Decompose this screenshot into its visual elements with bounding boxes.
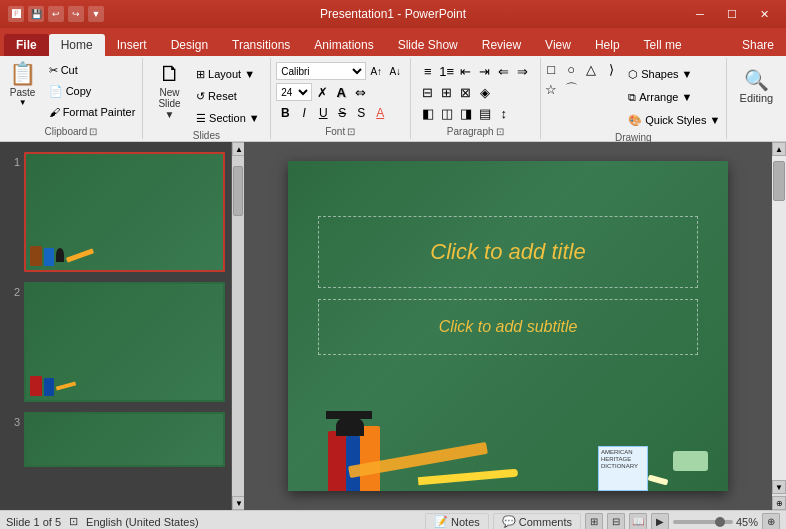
tab-file[interactable]: File — [4, 34, 49, 56]
tab-tellme[interactable]: Tell me — [632, 34, 694, 56]
redo-icon[interactable]: ↪ — [68, 6, 84, 22]
slide-image-1[interactable] — [24, 152, 225, 272]
decrease-font-icon[interactable]: A↓ — [386, 62, 404, 80]
align-text-icon[interactable]: ⊠ — [457, 83, 475, 101]
increase-font-icon[interactable]: A↑ — [367, 62, 385, 80]
font-size-select[interactable]: 24 — [276, 83, 312, 101]
bullets-icon[interactable]: ≡ — [419, 62, 437, 80]
clipboard-group: 📋 Paste ▼ ✂ Cut 📄 Copy 🖌 Format Painter … — [0, 58, 143, 139]
smartart-icon[interactable]: ◈ — [476, 83, 494, 101]
tab-home[interactable]: Home — [49, 34, 105, 56]
tab-share[interactable]: Share — [730, 34, 786, 56]
scroll-page-down[interactable]: ⊕ — [772, 496, 786, 510]
editing-button[interactable]: 🔍 Editing — [732, 64, 782, 108]
increase-indent-icon[interactable]: ⇥ — [476, 62, 494, 80]
char-spacing-icon[interactable]: ⇔ — [351, 83, 369, 101]
save-icon[interactable]: 💾 — [28, 6, 44, 22]
shapes-button[interactable]: ⬡ Shapes ▼ — [624, 64, 724, 84]
zoom-slider[interactable] — [673, 520, 733, 524]
tab-animations[interactable]: Animations — [302, 34, 385, 56]
underline-button[interactable]: U — [314, 104, 332, 122]
slide-thumb-3[interactable]: 3 — [4, 410, 227, 469]
shape-3[interactable]: △ — [582, 60, 600, 78]
justify-icon[interactable]: ▤ — [476, 104, 494, 122]
powerpoint-icon[interactable]: 🅿 — [8, 6, 24, 22]
clear-format-icon[interactable]: ✗ — [313, 83, 331, 101]
shape-4[interactable]: ⟩ — [602, 60, 620, 78]
copy-button[interactable]: 📄 Copy — [45, 81, 140, 101]
font-expand-icon[interactable]: ⊡ — [347, 126, 355, 137]
paragraph-expand-icon[interactable]: ⊡ — [496, 126, 504, 137]
scroll-up-button[interactable]: ▲ — [772, 142, 786, 156]
clipboard-expand-icon[interactable]: ⊡ — [89, 126, 97, 137]
shape-6[interactable]: ⌒ — [562, 80, 580, 98]
align-left-icon[interactable]: ◧ — [419, 104, 437, 122]
italic-button[interactable]: I — [295, 104, 313, 122]
tab-slideshow[interactable]: Slide Show — [386, 34, 470, 56]
shape-1[interactable]: □ — [542, 60, 560, 78]
section-button[interactable]: ☰ Section ▼ — [192, 108, 264, 128]
scroll-down-button[interactable]: ▼ — [772, 480, 786, 494]
quick-styles-button[interactable]: 🎨 Quick Styles ▼ — [624, 110, 724, 130]
bold-button[interactable]: B — [276, 104, 294, 122]
align-right-icon[interactable]: ◨ — [457, 104, 475, 122]
comments-button[interactable]: 💬 Comments — [493, 513, 581, 530]
numbering-icon[interactable]: 1≡ — [438, 62, 456, 80]
slide-sorter-button[interactable]: ⊟ — [607, 513, 625, 530]
strikethrough-button[interactable]: S — [333, 104, 351, 122]
slide-thumb-1[interactable]: 1 — [4, 150, 227, 274]
tab-help[interactable]: Help — [583, 34, 632, 56]
reading-view-button[interactable]: 📖 — [629, 513, 647, 530]
slides-group: 🗋 NewSlide ▼ ⊞ Layout ▼ ↺ Reset ☰ Sectio… — [143, 58, 271, 139]
undo-icon[interactable]: ↩ — [48, 6, 64, 22]
fit-to-window-button[interactable]: ⊕ — [762, 513, 780, 530]
tab-transitions[interactable]: Transitions — [220, 34, 302, 56]
subtitle-textbox[interactable]: Click to add subtitle — [318, 299, 698, 355]
align-center-icon[interactable]: ◫ — [438, 104, 456, 122]
columns-icon[interactable]: ⊟ — [419, 83, 437, 101]
restore-button[interactable]: ☐ — [718, 4, 746, 24]
font-row-3: B I U S S A — [276, 104, 389, 122]
font-family-select[interactable]: Calibri — [276, 62, 366, 80]
text-shadow-icon[interactable]: A — [332, 83, 350, 101]
paste-button[interactable]: 📋 Paste ▼ — [3, 60, 43, 110]
slide-image-2[interactable] — [24, 282, 225, 402]
tab-insert[interactable]: Insert — [105, 34, 159, 56]
slide-thumb-2[interactable]: 2 — [4, 280, 227, 404]
slide-canvas[interactable]: AMERICAN HERITAGE DICTIONARY Click to ad… — [288, 161, 728, 491]
tab-view[interactable]: View — [533, 34, 583, 56]
grad-cap-base — [336, 416, 364, 436]
tab-design[interactable]: Design — [159, 34, 220, 56]
shape-5[interactable]: ☆ — [542, 80, 560, 98]
panel-scroll-thumb[interactable] — [233, 166, 243, 216]
slideshow-view-button[interactable]: ▶ — [651, 513, 669, 530]
editing-icon: 🔍 — [744, 68, 769, 92]
text-direction-icon[interactable]: ⊞ — [438, 83, 456, 101]
editing-label: Editing — [740, 92, 774, 104]
font-color-button[interactable]: A — [371, 104, 389, 122]
title-textbox[interactable]: Click to add title — [318, 216, 698, 288]
minimize-button[interactable]: ─ — [686, 4, 714, 24]
customize-icon[interactable]: ▼ — [88, 6, 104, 22]
arrange-button[interactable]: ⧉ Arrange ▼ — [624, 87, 724, 107]
reset-button[interactable]: ↺ Reset — [192, 86, 264, 106]
rtl-icon[interactable]: ⇐ — [495, 62, 513, 80]
line-spacing-icon[interactable]: ↕ — [495, 104, 513, 122]
zoom-thumb[interactable] — [715, 517, 725, 527]
scroll-thumb[interactable] — [773, 161, 785, 201]
accessibility-icon[interactable]: ⊡ — [69, 515, 78, 528]
shadow-button[interactable]: S — [352, 104, 370, 122]
format-painter-button[interactable]: 🖌 Format Painter — [45, 102, 140, 122]
normal-view-button[interactable]: ⊞ — [585, 513, 603, 530]
layout-button[interactable]: ⊞ Layout ▼ — [192, 64, 264, 84]
shape-2[interactable]: ○ — [562, 60, 580, 78]
notes-button[interactable]: 📝 Notes — [425, 513, 489, 530]
tab-review[interactable]: Review — [470, 34, 533, 56]
decrease-indent-icon[interactable]: ⇤ — [457, 62, 475, 80]
cut-button[interactable]: ✂ Cut — [45, 60, 140, 80]
new-slide-button[interactable]: 🗋 NewSlide ▼ — [149, 60, 190, 123]
close-button[interactable]: ✕ — [750, 4, 778, 24]
slide-image-3[interactable] — [24, 412, 225, 467]
ribbon-tabs: File Home Insert Design Transitions Anim… — [0, 28, 786, 56]
ltr-icon[interactable]: ⇒ — [514, 62, 532, 80]
